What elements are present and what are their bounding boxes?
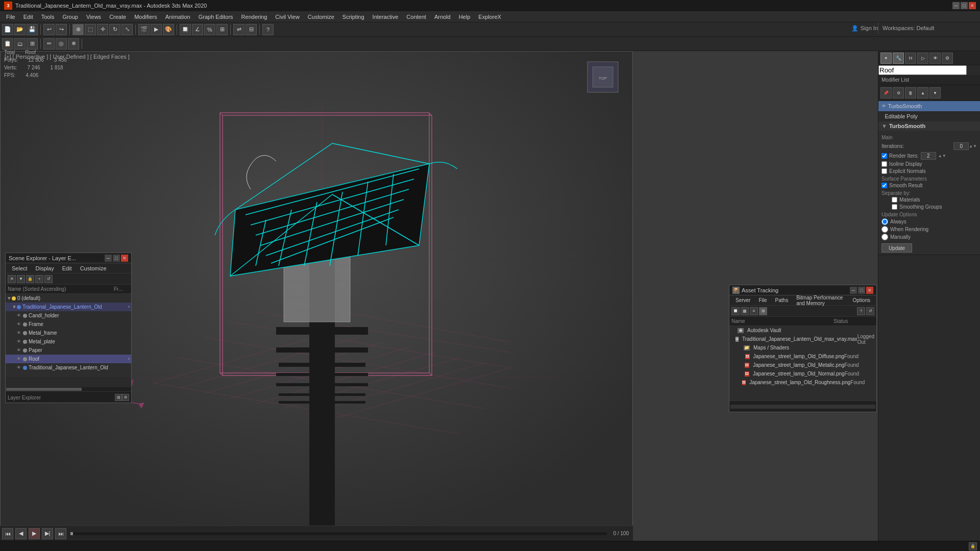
render-iters-spinner[interactable]: ▲▼ — [938, 154, 946, 158]
at-close-button[interactable]: ✕ — [866, 287, 873, 294]
explicit-normals-checkbox[interactable] — [881, 168, 887, 174]
anim-last-button[interactable]: ⏭ — [55, 528, 66, 539]
render-setup-button[interactable]: 🎬 — [138, 24, 150, 35]
materials-checkbox[interactable] — [892, 197, 897, 203]
scale-button[interactable]: ⤡ — [121, 24, 133, 35]
at-help-btn[interactable]: ? — [857, 307, 865, 315]
lock-button[interactable]: 🔒 — [969, 542, 977, 550]
menu-create[interactable]: Create — [105, 12, 130, 22]
signin-label[interactable]: Sign In — [861, 25, 878, 31]
se-menu-display[interactable]: Display — [32, 264, 58, 272]
menu-animation[interactable]: Animation — [161, 12, 194, 22]
menu-edit[interactable]: Edit — [19, 12, 37, 22]
se-search-button[interactable]: ✕ — [8, 275, 16, 283]
se-item-roof[interactable]: 👁 Roof + — [6, 355, 131, 363]
at-menu-file[interactable]: File — [754, 296, 771, 304]
grid-button[interactable]: ⊞ — [27, 38, 38, 49]
anim-play-button[interactable]: ⏮ — [2, 528, 13, 539]
se-footer-btn-1[interactable]: ▤ — [115, 394, 122, 401]
open-button[interactable]: 📂 — [14, 24, 26, 35]
se-close-button[interactable]: ✕ — [121, 255, 128, 262]
at-menu-options[interactable]: Options — [849, 296, 874, 304]
iterations-spinner[interactable]: ▲▼ — [969, 144, 977, 148]
percent-snap-button[interactable]: % — [204, 24, 215, 35]
se-add-button[interactable]: + — [35, 275, 43, 283]
anim-play-fwd-button[interactable]: ▶ — [29, 528, 40, 539]
scene-explorer-button[interactable]: 🗂 — [14, 38, 26, 49]
new-button[interactable]: 📄 — [2, 24, 13, 35]
material-editor-button[interactable]: 🎨 — [163, 24, 174, 35]
close-button[interactable]: ✕ — [969, 2, 976, 9]
at-menu-paths[interactable]: Paths — [771, 296, 793, 304]
manually-radio[interactable] — [881, 234, 888, 240]
layer-manager-button[interactable]: 📋 — [2, 38, 13, 49]
modifier-turbosm[interactable]: 👁 TurboSmooth — [878, 101, 980, 111]
se-item-metalplate[interactable]: 👁 Metal_plate — [6, 337, 131, 346]
menu-arnold[interactable]: Arnold — [430, 12, 455, 22]
se-footer-btn-2[interactable]: ⚙ — [122, 394, 129, 401]
smooth-result-checkbox[interactable] — [881, 183, 887, 188]
se-item-frame[interactable]: 👁 Frame — [6, 320, 131, 329]
menu-explorex[interactable]: ExploreX — [474, 12, 505, 22]
utilities-tab[interactable]: ⚙ — [942, 53, 953, 64]
workspace-value[interactable]: Default — [916, 25, 934, 31]
at-icon-btn-3[interactable]: ≡ — [750, 307, 758, 315]
se-maximize-button[interactable]: □ — [113, 255, 120, 262]
modifier-delete-button[interactable]: 🗑 — [905, 87, 916, 98]
se-minimize-button[interactable]: ─ — [105, 255, 112, 262]
menu-content[interactable]: Content — [402, 12, 430, 22]
at-row-roughness[interactable]: 🖼 Japanese_street_lamp_Old_Roughness.png… — [729, 378, 876, 387]
modifier-config-button[interactable]: ⚙ — [893, 87, 904, 98]
at-menu-bitmap[interactable]: Bitmap Performance and Memory — [792, 294, 848, 307]
se-item-default-layer[interactable]: ▼ 0 (default) — [6, 294, 131, 303]
mirror-button[interactable]: ⇌ — [233, 24, 244, 35]
menu-civil-view[interactable]: Civil View — [271, 12, 303, 22]
modifier-editable-poly[interactable]: . Editable Poly — [878, 111, 980, 121]
select-region-button[interactable]: ⬚ — [85, 24, 96, 35]
at-icon-btn-1[interactable]: 🔲 — [731, 307, 740, 315]
spinner-snap-button[interactable]: ⊞ — [216, 24, 228, 35]
at-row-metalic[interactable]: 🖼 Japanese_street_lamp_Old_Metalic.png F… — [729, 361, 876, 369]
se-scrollbar-thumb[interactable] — [6, 388, 82, 391]
at-scrollbar[interactable] — [730, 405, 875, 409]
modifier-move-up-button[interactable]: ▲ — [917, 87, 928, 98]
at-row-diffuse[interactable]: 🖼 Japanese_street_lamp_Old_Diffuse.png F… — [729, 352, 876, 361]
menu-file[interactable]: File — [2, 12, 19, 22]
minimize-button[interactable]: ─ — [952, 2, 960, 9]
se-menu-customize[interactable]: Customize — [76, 264, 111, 272]
menu-views[interactable]: Views — [82, 12, 105, 22]
hierarchy-tab[interactable]: H — [905, 53, 916, 64]
isolate-button[interactable]: ◎ — [56, 38, 67, 49]
when-rendering-radio[interactable] — [881, 226, 888, 233]
menu-scripting[interactable]: Scripting — [338, 12, 369, 22]
modifier-move-down-button[interactable]: ▼ — [929, 87, 941, 98]
at-row-normal[interactable]: 🖼 Japanese_street_lamp_Old_Normal.png Fo… — [729, 369, 876, 378]
se-scrollbar-h[interactable] — [6, 387, 131, 391]
save-button[interactable]: 💾 — [27, 24, 38, 35]
render-iters-checkbox[interactable] — [881, 153, 887, 159]
se-menu-select[interactable]: Select — [8, 264, 32, 272]
undo-button[interactable]: ↩ — [43, 24, 55, 35]
maximize-button[interactable]: □ — [961, 2, 968, 9]
menu-rendering[interactable]: Rendering — [237, 12, 272, 22]
menu-customize[interactable]: Customize — [304, 12, 338, 22]
menu-modifiers[interactable]: Modifiers — [130, 12, 161, 22]
redo-button[interactable]: ↪ — [56, 24, 67, 35]
modifier-pin-button[interactable]: 📌 — [880, 87, 892, 98]
se-sort-button[interactable]: ▼ — [17, 275, 25, 283]
snap-toggle-button[interactable]: 🔲 — [180, 24, 191, 35]
at-row-max-file[interactable]: M Traditional_Japanese_Lantern_Old_max_v… — [729, 335, 876, 343]
align-button[interactable]: ⊟ — [246, 24, 257, 35]
se-sync-button[interactable]: ↺ — [44, 275, 53, 283]
help-button[interactable]: ? — [262, 24, 274, 35]
angle-snap-button[interactable]: ∠ — [192, 24, 203, 35]
se-item-candl[interactable]: 👁 Candl_holder — [6, 311, 131, 320]
se-menu-edit[interactable]: Edit — [58, 264, 76, 272]
update-button[interactable]: Update — [881, 243, 912, 253]
display-tab[interactable]: 👁 — [929, 53, 941, 64]
rotate-button[interactable]: ↻ — [109, 24, 120, 35]
always-radio[interactable] — [881, 218, 888, 225]
create-tab[interactable]: ✦ — [880, 53, 892, 64]
at-row-maps[interactable]: 📁 Maps / Shaders — [729, 343, 876, 352]
se-item-lantern-group[interactable]: ▼ Traditional_Japanese_Lantern_Old + — [6, 303, 131, 311]
